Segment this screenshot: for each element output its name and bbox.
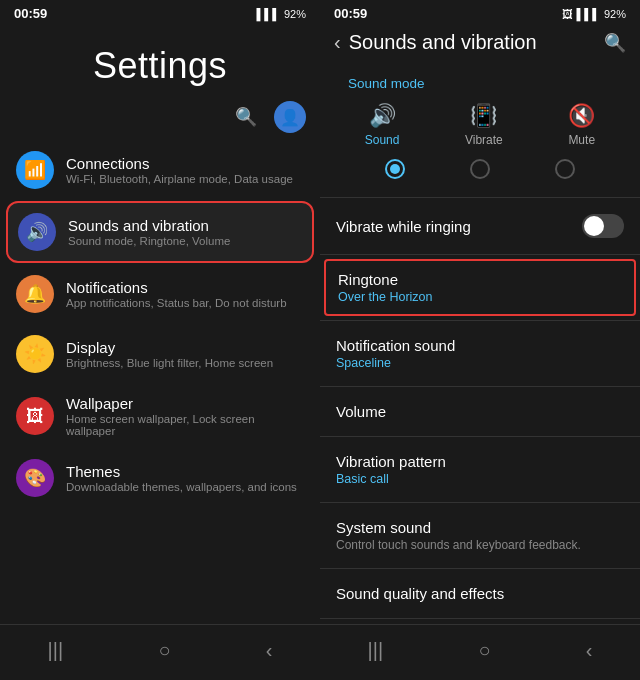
back-button[interactable]: ‹ — [250, 635, 289, 666]
system-sound-desc: Control touch sounds and keyboard feedba… — [336, 538, 624, 552]
divider-6 — [320, 502, 640, 503]
themes-name: Themes — [66, 463, 297, 480]
ringtone-title: Ringtone — [338, 271, 622, 288]
setting-item-display[interactable]: ☀️DisplayBrightness, Blue light filter, … — [6, 325, 314, 383]
divider-8 — [320, 618, 640, 619]
vibrate-ringing-toggle[interactable] — [582, 214, 624, 238]
settings-title-area: Settings — [0, 25, 320, 97]
settings-main-title: Settings — [93, 45, 227, 87]
right-status-icons: 🖼 ▌▌▌ 92% — [562, 8, 626, 20]
system-sound-item[interactable]: System sound Control touch sounds and ke… — [320, 507, 640, 564]
sound-quality-title: Sound quality and effects — [336, 585, 624, 602]
notification-sound-title: Notification sound — [336, 337, 624, 354]
radio-row — [332, 159, 628, 179]
right-home-button[interactable]: ○ — [462, 635, 506, 666]
connections-name: Connections — [66, 155, 293, 172]
vibrate-label: Vibrate — [465, 133, 503, 147]
connections-icon: 📶 — [16, 151, 54, 189]
home-button[interactable]: ○ — [142, 635, 186, 666]
divider-4 — [320, 386, 640, 387]
mute-label: Mute — [568, 133, 595, 147]
toggle-knob — [584, 216, 604, 236]
sound-mode-label: Sound mode — [332, 64, 628, 97]
setting-item-themes[interactable]: 🎨ThemesDownloadable themes, wallpapers, … — [6, 449, 314, 507]
system-sound-title: System sound — [336, 519, 624, 536]
sound-icon: 🔊 — [369, 103, 396, 129]
left-panel: 00:59 ▌▌▌ 92% Settings 🔍 👤 📶ConnectionsW… — [0, 0, 320, 680]
divider-5 — [320, 436, 640, 437]
right-page-title: Sounds and vibration — [349, 31, 537, 54]
sounds-icon: 🔊 — [18, 213, 56, 251]
sound-mode-section: Sound mode 🔊 Sound 📳 Vibrate 🔇 Mute — [320, 64, 640, 193]
vibrate-while-ringing-row: Vibrate while ringing — [320, 202, 640, 250]
setting-item-notifications[interactable]: 🔔NotificationsApp notifications, Status … — [6, 265, 314, 323]
right-battery: 92% — [604, 8, 626, 20]
right-status-bar: 00:59 🖼 ▌▌▌ 92% — [320, 0, 640, 25]
notifications-name: Notifications — [66, 279, 287, 296]
right-photo-icon: 🖼 — [562, 8, 573, 20]
vibrate-icon: 📳 — [470, 103, 497, 129]
notifications-icon: 🔔 — [16, 275, 54, 313]
volume-title: Volume — [336, 403, 624, 420]
right-search-icon[interactable]: 🔍 — [604, 32, 626, 54]
sound-option-vibrate[interactable]: 📳 Vibrate — [455, 97, 513, 153]
sound-label: Sound — [365, 133, 400, 147]
themes-icon: 🎨 — [16, 459, 54, 497]
sound-option-mute[interactable]: 🔇 Mute — [558, 97, 605, 153]
right-back-button[interactable]: ‹ — [570, 635, 609, 666]
left-status-bar: 00:59 ▌▌▌ 92% — [0, 0, 320, 25]
ringtone-menu-item[interactable]: Ringtone Over the Horizon — [324, 259, 636, 316]
settings-list: 📶ConnectionsWi-Fi, Bluetooth, Airplane m… — [0, 141, 320, 624]
ringtone-value: Over the Horizon — [338, 290, 622, 304]
left-nav-bar: ||| ○ ‹ — [0, 624, 320, 680]
left-signal-icon: ▌▌▌ — [257, 8, 280, 20]
display-name: Display — [66, 339, 273, 356]
themes-desc: Downloadable themes, wallpapers, and ico… — [66, 481, 297, 493]
setting-item-connections[interactable]: 📶ConnectionsWi-Fi, Bluetooth, Airplane m… — [6, 141, 314, 199]
left-battery: 92% — [284, 8, 306, 20]
divider-1 — [320, 197, 640, 198]
display-desc: Brightness, Blue light filter, Home scre… — [66, 357, 273, 369]
sound-mode-options: 🔊 Sound 📳 Vibrate 🔇 Mute — [332, 97, 628, 153]
left-time: 00:59 — [14, 6, 47, 21]
sound-option-sound[interactable]: 🔊 Sound — [355, 97, 410, 153]
vibration-pattern-item[interactable]: Vibration pattern Basic call — [320, 441, 640, 498]
avatar-button[interactable]: 👤 — [274, 101, 306, 133]
right-time: 00:59 — [334, 6, 367, 21]
right-recents-button[interactable]: ||| — [352, 635, 400, 666]
vibration-pattern-title: Vibration pattern — [336, 453, 624, 470]
volume-item[interactable]: Volume — [320, 391, 640, 432]
notification-sound-item[interactable]: Notification sound Spaceline — [320, 325, 640, 382]
divider-3 — [320, 320, 640, 321]
divider-7 — [320, 568, 640, 569]
connections-desc: Wi-Fi, Bluetooth, Airplane mode, Data us… — [66, 173, 293, 185]
right-header: ‹ Sounds and vibration 🔍 — [320, 25, 640, 64]
right-panel: 00:59 🖼 ▌▌▌ 92% ‹ Sounds and vibration 🔍… — [320, 0, 640, 680]
setting-item-wallpaper[interactable]: 🖼WallpaperHome screen wallpaper, Lock sc… — [6, 385, 314, 447]
right-signal-icon: ▌▌▌ — [577, 8, 600, 20]
notifications-desc: App notifications, Status bar, Do not di… — [66, 297, 287, 309]
wallpaper-desc: Home screen wallpaper, Lock screen wallp… — [66, 413, 304, 437]
radio-mute[interactable] — [555, 159, 575, 179]
divider-2 — [320, 254, 640, 255]
right-header-left: ‹ Sounds and vibration — [334, 31, 537, 54]
sound-quality-item[interactable]: Sound quality and effects — [320, 573, 640, 614]
wallpaper-name: Wallpaper — [66, 395, 304, 412]
sounds-desc: Sound mode, Ringtone, Volume — [68, 235, 230, 247]
recents-button[interactable]: ||| — [32, 635, 80, 666]
settings-toolbar: 🔍 👤 — [0, 97, 320, 141]
search-button[interactable]: 🔍 — [230, 101, 262, 133]
left-status-icons: ▌▌▌ 92% — [257, 8, 306, 20]
mute-icon: 🔇 — [568, 103, 595, 129]
radio-vibrate[interactable] — [470, 159, 490, 179]
back-arrow-icon[interactable]: ‹ — [334, 31, 341, 54]
sounds-name: Sounds and vibration — [68, 217, 230, 234]
vibrate-ringing-label: Vibrate while ringing — [336, 218, 471, 235]
right-content: Sound mode 🔊 Sound 📳 Vibrate 🔇 Mute — [320, 64, 640, 624]
radio-sound[interactable] — [385, 159, 405, 179]
wallpaper-icon: 🖼 — [16, 397, 54, 435]
display-icon: ☀️ — [16, 335, 54, 373]
setting-item-sounds[interactable]: 🔊Sounds and vibrationSound mode, Rington… — [6, 201, 314, 263]
notification-sound-value: Spaceline — [336, 356, 624, 370]
vibration-pattern-value: Basic call — [336, 472, 624, 486]
